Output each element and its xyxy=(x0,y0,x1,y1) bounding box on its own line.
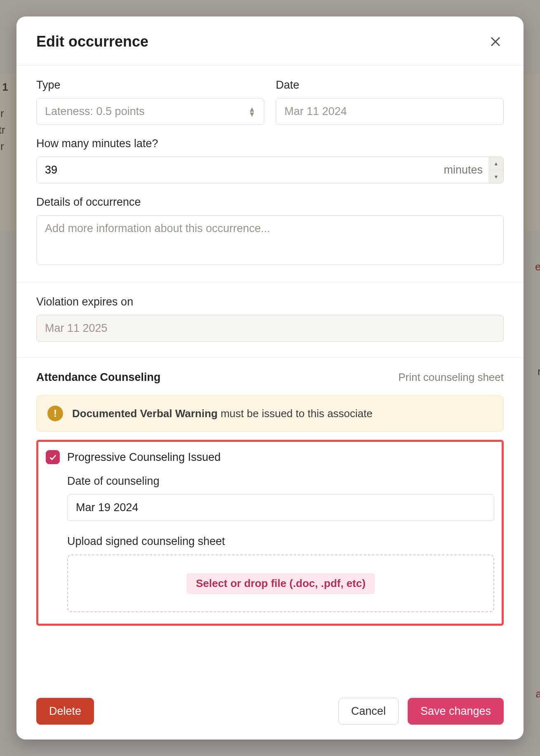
date-label: Date xyxy=(276,79,504,92)
minutes-spin-up[interactable]: ▲ xyxy=(489,157,503,170)
warning-alert-rest: must be issued to this associate xyxy=(218,407,373,420)
modal-body: Type Lateness: 0.5 points ▲▼ Date Mar 11… xyxy=(16,66,524,686)
counseling-date-input[interactable]: Mar 19 2024 xyxy=(67,494,494,521)
details-label: Details of occurrence xyxy=(36,196,504,209)
counseling-title: Attendance Counseling xyxy=(36,371,161,384)
type-select[interactable]: Lateness: 0.5 points ▲▼ xyxy=(36,98,264,125)
expires-value: Mar 11 2025 xyxy=(45,322,108,334)
warning-alert-text: Documented Verbal Warning must be issued… xyxy=(72,407,373,420)
modal-title: Edit occurrence xyxy=(36,33,148,50)
minutes-label: How many minutes late? xyxy=(36,137,504,150)
type-label: Type xyxy=(36,79,264,92)
cancel-button[interactable]: Cancel xyxy=(338,698,399,725)
counseling-date-value: Mar 19 2024 xyxy=(76,501,139,514)
warning-alert-bold: Documented Verbal Warning xyxy=(72,407,218,420)
upload-label: Upload signed counseling sheet xyxy=(67,535,494,548)
chevron-updown-icon: ▲▼ xyxy=(248,107,256,116)
occurrence-fields-section: Type Lateness: 0.5 points ▲▼ Date Mar 11… xyxy=(16,66,524,282)
minutes-input[interactable] xyxy=(37,157,439,183)
check-icon xyxy=(48,453,57,462)
close-button[interactable] xyxy=(487,33,504,50)
progressive-highlight-box: Progressive Counseling Issued Date of co… xyxy=(36,440,504,626)
minutes-unit-label: minutes xyxy=(439,157,488,183)
save-button[interactable]: Save changes xyxy=(408,698,504,725)
minutes-input-wrap: minutes ▲ ▼ xyxy=(36,157,504,183)
date-input-value: Mar 11 2024 xyxy=(284,105,347,117)
close-icon xyxy=(489,35,502,48)
minutes-spin-down[interactable]: ▼ xyxy=(489,170,503,183)
modal-footer: Delete Cancel Save changes xyxy=(16,686,524,740)
counseling-section: Attendance Counseling Print counseling s… xyxy=(16,358,524,641)
print-counseling-link[interactable]: Print counseling sheet xyxy=(398,371,504,384)
select-file-button[interactable]: Select or drop file (.doc, .pdf, etc) xyxy=(187,573,375,594)
progressive-checkbox-label: Progressive Counseling Issued xyxy=(67,451,221,464)
exclamation-icon: ! xyxy=(47,406,63,421)
delete-button[interactable]: Delete xyxy=(36,698,94,725)
type-select-value: Lateness: 0.5 points xyxy=(45,105,145,118)
edit-occurrence-modal: Edit occurrence Type Lateness: 0.5 point… xyxy=(16,16,524,740)
counseling-date-label: Date of counseling xyxy=(67,475,494,488)
expires-input: Mar 11 2025 xyxy=(36,315,504,342)
details-textarea[interactable] xyxy=(36,215,504,265)
expires-section: Violation expires on Mar 11 2025 xyxy=(16,282,524,358)
warning-alert: ! Documented Verbal Warning must be issu… xyxy=(36,395,504,432)
minutes-spinner: ▲ ▼ xyxy=(488,157,503,183)
upload-dropzone[interactable]: Select or drop file (.doc, .pdf, etc) xyxy=(67,554,494,612)
date-input[interactable]: Mar 11 2024 xyxy=(276,98,504,125)
expires-label: Violation expires on xyxy=(36,296,504,308)
modal-header: Edit occurrence xyxy=(16,16,524,66)
progressive-checkbox[interactable] xyxy=(46,450,60,464)
